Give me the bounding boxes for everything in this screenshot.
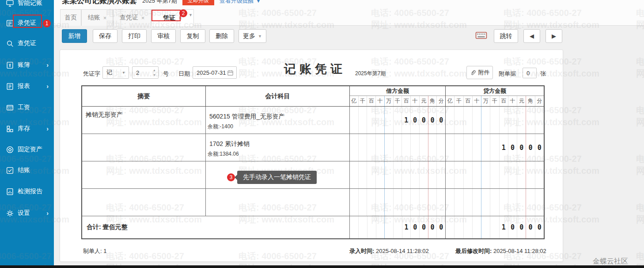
amount-digit-cell[interactable] <box>473 189 481 216</box>
amount-digit-cell[interactable] <box>385 161 394 188</box>
tab-close-icon[interactable]: × <box>103 15 107 21</box>
amount-digit-cell[interactable] <box>367 107 376 134</box>
voucher-number-stepper[interactable]: 2 ▲▼ <box>132 66 159 79</box>
keyboard-shortcuts-icon[interactable] <box>475 31 487 42</box>
amount-digit-cell[interactable]: 0 <box>411 107 420 134</box>
amount-digit-cell[interactable] <box>446 161 455 188</box>
amount-digit-cell[interactable] <box>437 161 445 188</box>
amount-digit-cell[interactable] <box>428 189 437 216</box>
amount-digit-cell[interactable] <box>490 134 499 161</box>
debit-amount-cells[interactable]: 10000 <box>350 107 446 134</box>
amount-digit-cell[interactable] <box>473 107 481 134</box>
amount-digit-cell[interactable] <box>535 189 544 216</box>
sidebar-item-结账[interactable]: 结账 <box>0 163 54 178</box>
amount-digit-cell[interactable] <box>517 107 526 134</box>
amount-digit-cell[interactable] <box>464 189 473 216</box>
amount-digit-cell[interactable] <box>481 107 490 134</box>
amount-digit-cell[interactable] <box>428 161 437 188</box>
tab-查凭证[interactable]: 查凭证× <box>113 9 151 26</box>
amount-digit-cell[interactable] <box>367 134 376 161</box>
amount-digit-cell[interactable] <box>420 161 428 188</box>
更多-button[interactable]: 更多▼ <box>239 29 266 43</box>
summary-cell[interactable] <box>82 161 206 188</box>
amount-digit-cell[interactable] <box>481 189 490 216</box>
amount-digit-cell[interactable]: 0 <box>420 107 428 134</box>
amount-digit-cell[interactable]: 0 <box>535 134 544 161</box>
voucher-word-select[interactable]: 记 ▼ <box>102 66 129 79</box>
amount-digit-cell[interactable] <box>394 189 402 216</box>
amount-digit-cell[interactable] <box>367 189 376 216</box>
debit-amount-cells[interactable] <box>350 161 446 188</box>
summary-cell[interactable] <box>82 189 206 216</box>
amount-digit-cell[interactable] <box>350 189 359 216</box>
amount-digit-cell[interactable] <box>402 134 411 161</box>
amount-digit-cell[interactable] <box>517 161 526 188</box>
sidebar-item-检测报告[interactable]: 检测报告 <box>0 184 54 199</box>
stepper-arrows-icon[interactable]: ▲▼ <box>153 68 156 77</box>
amount-digit-cell[interactable] <box>359 161 367 188</box>
sidebar-item-账簿[interactable]: 账簿› <box>0 57 54 73</box>
amount-digit-cell[interactable] <box>376 189 385 216</box>
amount-digit-cell[interactable] <box>359 134 367 161</box>
credit-amount-cells[interactable] <box>446 189 544 216</box>
保存-button[interactable]: 保存 <box>93 29 117 43</box>
sidebar-item-智能记账[interactable]: 智能记账 <box>0 0 54 11</box>
amount-digit-cell[interactable] <box>394 161 402 188</box>
amount-digit-cell[interactable] <box>508 161 517 188</box>
summary-cell[interactable] <box>82 134 206 161</box>
amount-digit-cell[interactable] <box>411 161 420 188</box>
sidebar-item-库存[interactable]: 库存› <box>0 121 54 136</box>
amount-digit-cell[interactable] <box>385 134 394 161</box>
attached-docs-input[interactable]: 0 <box>523 68 537 78</box>
amount-digit-cell[interactable] <box>394 107 402 134</box>
打印-button[interactable]: 打印 <box>122 29 147 43</box>
amount-digit-cell[interactable] <box>455 134 463 161</box>
amount-digit-cell[interactable] <box>464 161 473 188</box>
amount-digit-cell[interactable] <box>367 161 376 188</box>
复制-button[interactable]: 复制 <box>180 29 205 43</box>
credit-amount-cells[interactable] <box>446 107 544 134</box>
sidebar-item-设置[interactable]: 设置› <box>0 206 54 221</box>
审核-button[interactable]: 审核 <box>151 29 176 43</box>
amount-digit-cell[interactable] <box>500 161 508 188</box>
amount-digit-cell[interactable] <box>464 134 473 161</box>
amount-digit-cell[interactable] <box>481 161 490 188</box>
amount-digit-cell[interactable] <box>490 189 499 216</box>
amount-digit-cell[interactable] <box>420 134 428 161</box>
amount-digit-cell[interactable] <box>402 161 411 188</box>
amount-digit-cell[interactable] <box>500 107 508 134</box>
amount-digit-cell[interactable] <box>350 107 359 134</box>
amount-digit-cell[interactable] <box>437 189 445 216</box>
sidebar-item-查凭证[interactable]: 查凭证 <box>0 36 54 51</box>
amount-digit-cell[interactable] <box>402 189 411 216</box>
credit-amount-cells[interactable]: 10000 <box>446 134 544 161</box>
amount-digit-cell[interactable] <box>420 189 428 216</box>
debit-amount-cells[interactable] <box>350 189 446 216</box>
tab-overflow-caret-icon[interactable]: ▼ <box>189 13 193 17</box>
amount-digit-cell[interactable]: 0 <box>508 134 517 161</box>
amount-digit-cell[interactable] <box>411 134 420 161</box>
tab-close-icon[interactable]: × <box>141 15 145 21</box>
attachment-button[interactable]: 附件 <box>466 66 493 79</box>
prev-voucher-button[interactable]: ◀ <box>523 29 540 43</box>
amount-digit-cell[interactable] <box>359 107 367 134</box>
amount-digit-cell[interactable] <box>350 134 359 161</box>
debit-amount-cells[interactable] <box>350 134 446 161</box>
tab-结账[interactable]: 结账× <box>81 9 113 26</box>
amount-digit-cell[interactable] <box>446 134 455 161</box>
amount-digit-cell[interactable] <box>500 189 508 216</box>
date-input[interactable]: 2025-07-31 <box>193 66 237 79</box>
amount-digit-cell[interactable] <box>359 189 367 216</box>
amount-digit-cell[interactable] <box>526 189 535 216</box>
amount-digit-cell[interactable] <box>535 161 544 188</box>
amount-digit-cell[interactable] <box>376 161 385 188</box>
jump-button[interactable]: 跳转 <box>494 29 518 43</box>
account-cell[interactable] <box>206 189 350 216</box>
amount-digit-cell[interactable] <box>455 107 463 134</box>
amount-digit-cell[interactable] <box>526 107 535 134</box>
credit-amount-cells[interactable] <box>446 161 544 188</box>
calendar-icon[interactable] <box>227 69 234 77</box>
amount-digit-cell[interactable]: 1 <box>500 134 508 161</box>
amount-digit-cell[interactable]: 0 <box>526 134 535 161</box>
amount-digit-cell[interactable] <box>490 161 499 188</box>
